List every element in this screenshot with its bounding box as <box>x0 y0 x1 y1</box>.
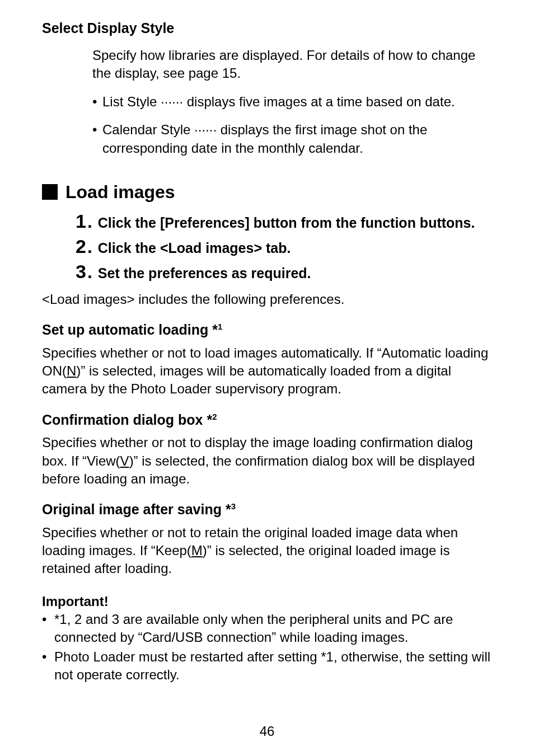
page-number: 46 <box>0 724 534 739</box>
select-display-intro: Specify how libraries are displayed. For… <box>92 46 492 83</box>
list-item: • Calendar Style ······ displays the fir… <box>92 121 492 157</box>
confirm-box-body-u: V <box>120 453 129 468</box>
load-images-heading-row: Load images <box>42 182 492 203</box>
load-images-after-steps: <Load images> includes the following pre… <box>42 290 492 308</box>
select-display-heading: Select Display Style <box>42 20 492 36</box>
page-container: Select Display Style Specify how librari… <box>0 0 534 756</box>
step-dot-icon: . <box>87 237 92 257</box>
confirm-box-heading: Confirmation dialog box *2 <box>42 412 492 428</box>
bullet-dot-icon: • <box>42 648 54 684</box>
auto-loading-heading: Set up automatic loading *1 <box>42 322 492 338</box>
important-item: Photo Loader must be restarted after set… <box>54 648 492 684</box>
orig-image-heading: Original image after saving *3 <box>42 501 492 518</box>
orig-image-heading-text: Original image after saving * <box>42 502 231 518</box>
bullet-text: Calendar Style ······ displays the first… <box>102 121 492 157</box>
confirm-box-heading-text: Confirmation dialog box * <box>42 412 212 428</box>
important-label: Important! <box>42 594 492 609</box>
confirm-box-body: Specifies whether or not to display the … <box>42 434 492 488</box>
orig-image-body-u: M <box>191 543 203 558</box>
auto-loading-body-post: )” is selected, images will be automatic… <box>42 363 451 396</box>
bullet-dot-icon: • <box>42 611 54 647</box>
step-number: 1 <box>76 210 86 232</box>
auto-loading-body: Specifies whether or not to load images … <box>42 344 492 398</box>
step-number: 3 <box>76 261 86 283</box>
list-item: • *1, 2 and 3 are available only when th… <box>42 611 492 647</box>
auto-loading-body-u: N <box>67 363 76 378</box>
orig-image-body: Specifies whether or not to retain the o… <box>42 524 492 578</box>
step-dot-icon: . <box>87 212 92 232</box>
load-images-heading: Load images <box>65 182 175 203</box>
step-text: Click the [Preferences] button from the … <box>98 214 475 232</box>
step-dot-icon: . <box>87 262 92 283</box>
bullet-text: List Style ······ displays five images a… <box>102 93 455 111</box>
step-text: Set the preferences as required. <box>98 264 311 283</box>
list-item: • List Style ······ displays five images… <box>92 93 492 111</box>
step-row: 3 . Set the preferences as required. <box>76 261 492 283</box>
important-item: *1, 2 and 3 are available only when the … <box>54 611 492 647</box>
step-row: 1 . Click the [Preferences] button from … <box>76 210 492 232</box>
square-bullet-icon <box>42 184 58 200</box>
auto-loading-heading-text: Set up automatic loading * <box>42 322 218 338</box>
step-number: 2 <box>76 236 86 257</box>
step-text: Click the <Load images> tab. <box>98 239 291 257</box>
list-item: • Photo Loader must be restarted after s… <box>42 648 492 684</box>
select-display-body: Specify how libraries are displayed. For… <box>92 46 492 157</box>
bullet-dot-icon: • <box>92 93 102 111</box>
confirm-box-heading-sup: 2 <box>212 412 217 421</box>
orig-image-heading-sup: 3 <box>231 501 236 511</box>
bullet-dot-icon: • <box>92 121 102 157</box>
step-row: 2 . Click the <Load images> tab. <box>76 236 492 257</box>
auto-loading-heading-sup: 1 <box>218 322 222 331</box>
